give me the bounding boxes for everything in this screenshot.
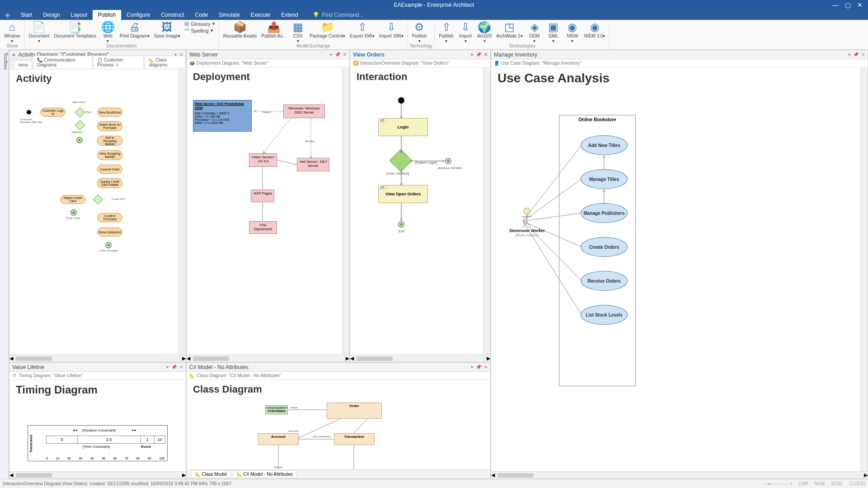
scrollbar-v[interactable] (342, 67, 349, 355)
uc-receive-orders[interactable]: Receive Orders (581, 271, 628, 291)
tech-icon: ⚙ (413, 21, 426, 33)
ribbon-window[interactable]: ⌂Window▾ (2, 21, 23, 43)
scrollbar-h[interactable]: ◀▶ (350, 355, 490, 362)
ribbon-publish-as[interactable]: 📤Publish As... (259, 21, 288, 38)
class-account[interactable]: Account (258, 433, 299, 445)
class-transaction[interactable]: Transaction (334, 433, 375, 445)
node-windows[interactable]: Windows: Windows 2003 Server (283, 104, 325, 118)
usecase-canvas[interactable]: Use Case Analysis Online Bookstore Store… (491, 67, 868, 471)
ref-login[interactable]: ref Login (378, 118, 428, 136)
scrollbar-v[interactable] (860, 67, 868, 471)
ribbon-spelling[interactable]: ᴬᴮSpelling ▾ (184, 28, 215, 33)
find-command[interactable]: 💡Find Command... (313, 12, 364, 18)
decision-login[interactable] (389, 149, 413, 172)
menu-publish[interactable]: Publish (93, 10, 121, 20)
scrollbar-v[interactable] (483, 67, 490, 355)
sidebar-collapsed[interactable]: Toolbox Project Browser (0, 50, 9, 479)
tab-class-model[interactable]: 📐 Class Model (191, 470, 231, 478)
ribbon-document[interactable]: 📄Document▾ (27, 21, 52, 43)
ribbon-package-control[interactable]: 📁Package Control▾ (307, 21, 347, 38)
scrollbar-h[interactable]: ◀▶ (491, 471, 868, 479)
menu-design[interactable]: Design (38, 10, 65, 20)
timing-icon: ⏱ (12, 373, 17, 378)
uc-create-orders[interactable]: Create Orders (581, 237, 628, 257)
node-commit[interactable]: Commit Order (97, 165, 122, 174)
ribbon-tech-publish2[interactable]: ⇧Publish▾ (436, 21, 456, 43)
ribbon-odm[interactable]: ◈ODM▾ (525, 21, 544, 43)
uc-add-titles[interactable]: Add New Titles (581, 135, 628, 155)
tab-rams[interactable]: rams (14, 61, 32, 69)
decision-credit-ok[interactable] (93, 194, 103, 205)
node-viewbasket[interactable]: View Shopping Basket (97, 150, 122, 160)
logo-icon[interactable]: ◈ (0, 11, 15, 19)
nav-back-icon[interactable]: « (12, 52, 15, 58)
scrollbar-h[interactable]: ◀▶ (187, 355, 349, 362)
node-xsl[interactable]: :XSL Stylesheets (249, 221, 277, 234)
ribbon-arcgis[interactable]: 🌍ArcGIS▾ (475, 21, 494, 43)
ribbon-gml[interactable]: ▣GML▾ (544, 21, 563, 43)
timing-canvas[interactable]: Timing Diagram TimeLine2 {Duration Const… (9, 380, 186, 471)
minimize-icon[interactable]: — (832, 1, 839, 9)
activity-canvas[interactable]: Activity Customer Logs In Valid User? [Y… (9, 69, 186, 355)
node-asp[interactable]: :ASP Pages (251, 190, 274, 202)
interaction-canvas[interactable]: Interaction ref Login [Failed Login] [Us… (350, 67, 490, 355)
scrollbar-h[interactable]: ◀▶ (9, 355, 186, 362)
ribbon-tech-publish[interactable]: ⚙Publish▾ (410, 21, 429, 43)
node-select[interactable]: Select Book for Purchase (97, 121, 122, 131)
scrollbar-v[interactable] (178, 67, 186, 355)
menu-execute[interactable]: Execute (245, 10, 276, 20)
menu-code[interactable]: Code (189, 10, 213, 20)
menu-configure[interactable]: Configure (121, 10, 155, 20)
ribbon-tech-import[interactable]: ⇩Import▾ (456, 21, 475, 43)
node-supply[interactable]: Supply Credit Card Details (97, 178, 122, 188)
ribbon-import-xmi[interactable]: ⇩Import XMI▾ (377, 21, 406, 38)
timing-box[interactable]: TimeLine2 {Duration Constraint} ↤ ↦ 0 2.… (28, 425, 168, 461)
class-canvas[interactable]: Class Diagram «enumeration» OrderStatus … (187, 380, 490, 469)
ribbon-niem[interactable]: ◉NIEM▾ (563, 21, 582, 43)
toolbox-tab[interactable]: Toolbox (3, 52, 9, 479)
actor-storeroom[interactable]: Storeroom Worker (from Actors) (509, 208, 545, 237)
import-icon: ⇩ (385, 21, 398, 33)
ribbon-reusable-assets[interactable]: 📦Reusable Assets (221, 21, 259, 38)
menu-start[interactable]: Start (15, 10, 38, 20)
node-iis[interactable]: «Web Server» :IIS 5.0 (249, 153, 277, 167)
menu-layout[interactable]: Layout (66, 10, 93, 20)
node-add[interactable]: Add to Shopping Basket (97, 136, 122, 146)
ref-open-orders[interactable]: ref View Open Orders (378, 185, 428, 203)
ribbon-doc-templates[interactable]: 📑Document Templates (52, 21, 99, 38)
ribbon-web[interactable]: 🌐Web▾ (99, 21, 117, 43)
tab-customer-process[interactable]: 📋 Customer Process✕ (93, 56, 144, 69)
decision-rejected[interactable] (75, 120, 85, 131)
tab-csharp-model[interactable]: 📐 C# Model - No Attributes (233, 470, 297, 478)
ribbon-glossary[interactable]: ▤Glossary ▾ (184, 21, 215, 27)
ribbon-niem3[interactable]: ◉NIEM 3.0▾ (582, 21, 608, 38)
ribbon-save-image[interactable]: 🖼Save Image▾ (152, 21, 183, 38)
zoom-slider[interactable]: —●———— + (763, 481, 793, 486)
close-icon[interactable]: ✕ (857, 1, 863, 9)
menu-simulate[interactable]: Simulate (213, 10, 245, 20)
node-reject[interactable]: Reject Credit Card (60, 195, 85, 204)
deployment-canvas[interactable]: Deployment Web Server: Dell PowerEdge 26… (187, 67, 349, 355)
ribbon-print-diagram[interactable]: 🖨Print Diagram▾ (117, 21, 152, 38)
node-view[interactable]: View BookStore (97, 108, 122, 117)
enum-orderstatus[interactable]: «enumeration» OrderStatus (265, 405, 288, 414)
node-dotnet[interactable]: .Net Server: .NET Server (297, 158, 329, 171)
node-delivered[interactable]: Items Delivered (97, 227, 122, 237)
scrollbar-h[interactable]: ◀▶ (9, 471, 186, 479)
node-login[interactable]: Customer Logs In (40, 108, 66, 117)
decision-valid-user[interactable] (75, 107, 85, 118)
menu-construct[interactable]: Construct (155, 10, 189, 20)
class-order[interactable]: Order (327, 403, 382, 419)
node-webserver[interactable]: Web Server: Dell PowerEdge 2650 Disk Con… (193, 100, 252, 132)
node-confirm[interactable]: Confirm Purchase (97, 213, 122, 222)
ribbon-export-xmi[interactable]: ⇧Export XMI▾ (347, 21, 376, 38)
ribbon-csv[interactable]: ▦CSV▾ (288, 21, 307, 43)
uc-manage-titles[interactable]: Manage Titles (581, 169, 628, 189)
tab-comm[interactable]: 📞 Communication Diagrams (33, 56, 92, 69)
uc-list-stock[interactable]: List Stock Levels (581, 305, 628, 325)
ribbon-archimate[interactable]: ◳ArchiMate 2▾ (494, 21, 525, 38)
menu-extend[interactable]: Extend (276, 10, 303, 20)
uc-manage-publishers[interactable]: Manage Publishers (581, 203, 628, 223)
tab-class-diagrams[interactable]: 📐 Class diagrams (145, 56, 186, 69)
maximize-icon[interactable]: ▢ (845, 1, 851, 9)
